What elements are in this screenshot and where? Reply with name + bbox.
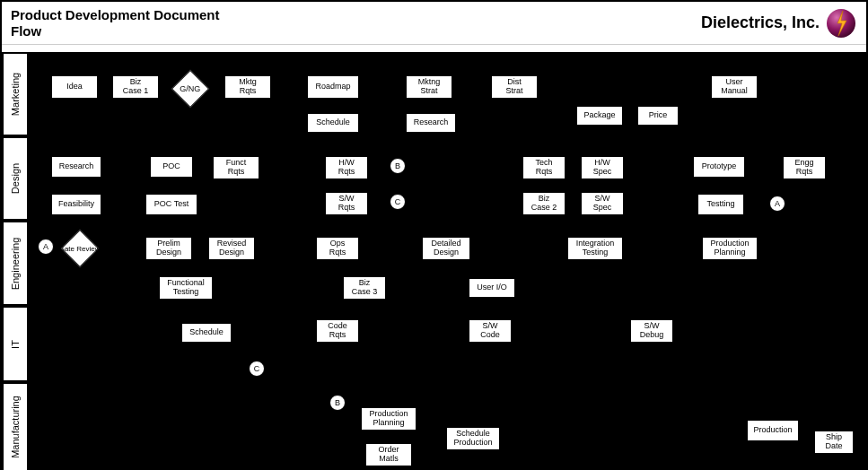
box-price: Price <box>637 106 679 126</box>
page-title: Product Development Document Flow <box>11 7 220 39</box>
box-poc: POC <box>150 156 193 178</box>
box-biz-case-3: Biz Case 3 <box>343 276 386 300</box>
box-research-design: Research <box>51 156 101 178</box>
box-functional-testing: Functional Testing <box>159 276 213 300</box>
box-ship-date: Ship Date <box>814 431 854 454</box>
box-mktng-strat: Mktng Strat <box>406 75 452 99</box>
box-poc-test: POC Test <box>145 194 197 215</box>
connector-b-manufacturing: B <box>329 395 346 411</box>
box-hw-rqts: H/W Rqts <box>325 156 368 179</box>
box-ops-rqts: Ops Rqts <box>316 237 359 260</box>
connector-a-engineering: A <box>38 239 54 255</box>
connector-c-it: C <box>249 361 265 377</box>
lane-label-marketing: Marketing <box>2 52 29 136</box>
box-prototype: Prototype <box>693 156 745 178</box>
box-research-marketing: Research <box>406 113 456 133</box>
box-schedule-marketing: Schedule <box>307 113 359 133</box>
box-sw-debug: S/W Debug <box>630 319 673 343</box>
box-detailed-design: Detailed Design <box>422 237 470 260</box>
box-feasibility: Feasibility <box>51 194 101 215</box>
company-name: Dielectrics, Inc. <box>701 13 820 32</box>
box-schedule-production: Schedule Production <box>446 427 500 450</box>
box-tech-rqts: Tech Rqts <box>522 156 566 179</box>
title-line-1: Product Development Document <box>11 7 220 23</box>
box-order-matls: Order Matls <box>365 443 412 466</box>
box-package: Package <box>576 106 623 126</box>
company-logo-icon <box>825 7 857 39</box>
company-block: Dielectrics, Inc. <box>701 7 857 39</box>
box-integration-testing: Integration Testing <box>567 237 623 260</box>
box-hw-spec: H/W Spec <box>581 156 624 179</box>
lane-it: IT <box>2 306 866 382</box>
page: Product Development Document Flow Dielec… <box>0 0 868 470</box>
box-roadmap: Roadmap <box>307 75 359 99</box>
box-engg-rqts: Engg Rqts <box>783 156 826 179</box>
box-user-manual: User Manual <box>711 75 758 99</box>
box-mktg-rqts: Mktg Rqts <box>224 75 271 99</box>
lane-label-it: IT <box>2 306 29 382</box>
lane-engineering: Engineering <box>2 221 866 306</box>
header: Product Development Document Flow Dielec… <box>2 2 866 45</box>
box-biz-case-2: Biz Case 2 <box>522 192 566 215</box>
box-testing-design: Testting <box>697 194 744 215</box>
box-code-rqts: Code Rqts <box>316 319 359 343</box>
box-biz-case-1: Biz Case 1 <box>112 75 159 99</box>
box-idea: Idea <box>51 75 98 99</box>
box-sw-spec: S/W Spec <box>581 192 624 215</box>
lane-manufacturing: Manufacturing <box>2 382 866 470</box>
box-user-io: User I/O <box>469 278 515 298</box>
box-production-planning-engineering: Production Planning <box>702 237 758 260</box>
box-funct-rqts: Funct Rqts <box>213 156 259 179</box>
lane-label-engineering: Engineering <box>2 221 29 306</box>
title-line-2: Flow <box>11 23 220 39</box>
box-schedule-it: Schedule <box>181 323 232 343</box>
swimlane-diagram: Marketing Design Engineering IT Manufact… <box>2 52 866 468</box>
lane-label-manufacturing: Manufacturing <box>2 382 29 470</box>
box-dist-strat: Dist Strat <box>491 75 538 99</box>
connector-b-design: B <box>390 158 406 174</box>
box-production: Production <box>747 420 799 441</box>
box-prelim-design: Prelim Design <box>145 237 192 260</box>
connector-a-design: A <box>769 196 785 212</box>
lane-label-design: Design <box>2 136 29 221</box>
box-sw-code: S/W Code <box>469 319 512 343</box>
box-sw-rqts: S/W Rqts <box>325 192 368 215</box>
connector-c-design: C <box>390 194 406 210</box>
box-revised-design: Revised Design <box>208 237 255 260</box>
box-production-planning-manufacturing: Production Planning <box>361 407 416 431</box>
